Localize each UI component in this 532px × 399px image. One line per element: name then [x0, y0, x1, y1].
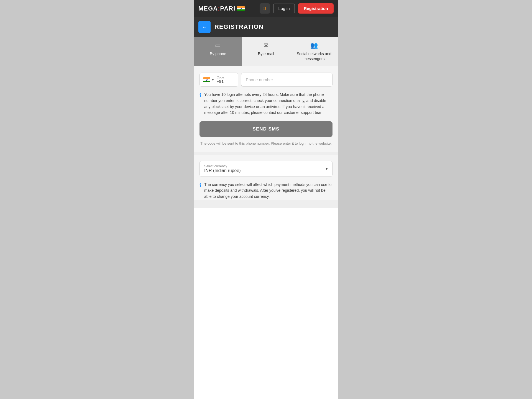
code-value: +91 — [217, 79, 224, 84]
bitcoin-icon: ₿ — [264, 6, 266, 11]
logo-mega: MEGA — [198, 5, 218, 12]
tab-email[interactable]: ✉ By e-mail — [242, 37, 290, 66]
cs-ashoka — [206, 79, 208, 81]
tabs-row: ▭ By phone ✉ By e-mail 👥 Social networks… — [194, 37, 338, 66]
phone-form-section: ▾ Code +91 ℹ You have 10 login attempts … — [194, 66, 338, 152]
main-content: ▭ By phone ✉ By e-mail 👥 Social networks… — [194, 37, 338, 208]
register-label: Registration — [304, 6, 328, 11]
cs-flag-green — [203, 81, 210, 82]
back-button[interactable]: ← — [198, 21, 211, 33]
currency-select[interactable]: Select currency INR (Indian rupee) ▾ — [200, 161, 332, 177]
registration-title: REGISTRATION — [214, 23, 264, 30]
tab-phone[interactable]: ▭ By phone — [194, 37, 242, 66]
bitcoin-button[interactable]: ₿ — [260, 3, 270, 14]
currency-select-value: INR (Indian rupee) — [204, 168, 241, 173]
country-chevron-icon: ▾ — [212, 78, 214, 82]
email-tab-icon: ✉ — [264, 42, 268, 49]
info-icon: ℹ — [200, 92, 201, 116]
logo-text: MEGA:PARI — [198, 5, 235, 12]
phone-number-input[interactable] — [241, 73, 332, 87]
login-label: Log in — [278, 6, 290, 11]
login-button[interactable]: Log in — [273, 4, 295, 13]
logo-pari: PARI — [220, 5, 235, 12]
social-tab-icon: 👥 — [310, 42, 318, 49]
info-text: You have 10 login attempts every 24 hour… — [204, 92, 332, 116]
login-attempts-notice: ℹ You have 10 login attempts every 24 ho… — [200, 92, 332, 116]
send-sms-button[interactable]: SEND SMS — [200, 121, 332, 137]
top-nav: MEGA:PARI ₿ Log in Registration — [194, 0, 338, 17]
tab-email-label: By e-mail — [258, 51, 274, 56]
country-selector[interactable]: ▾ Code +91 — [200, 73, 238, 87]
tab-social-label: Social networks and messengers — [293, 51, 335, 61]
code-block: Code +91 — [217, 76, 224, 84]
register-button[interactable]: Registration — [298, 3, 334, 14]
cs-flag-white — [203, 79, 210, 81]
sms-hint: The code will be sent to this phone numb… — [200, 141, 332, 146]
phone-tab-icon: ▭ — [215, 42, 221, 49]
country-flag — [203, 77, 210, 82]
send-sms-label: SEND SMS — [253, 126, 280, 132]
flag-white — [237, 8, 245, 9]
currency-info-text: The currency you select will affect whic… — [204, 182, 332, 200]
phone-input-row: ▾ Code +91 — [200, 73, 332, 87]
currency-info-icon: ℹ — [200, 182, 201, 200]
currency-info-notice: ℹ The currency you select will affect wh… — [200, 182, 332, 200]
currency-select-inner: Select currency INR (Indian rupee) — [204, 164, 241, 173]
tab-phone-label: By phone — [210, 51, 226, 56]
registration-header: ← REGISTRATION — [194, 17, 338, 37]
code-label: Code — [217, 76, 224, 79]
logo-area: MEGA:PARI — [198, 5, 256, 12]
ashoka-chakra — [240, 8, 242, 9]
india-flag-logo — [237, 6, 245, 11]
tab-social[interactable]: 👥 Social networks and messengers — [290, 37, 338, 66]
flag-green — [237, 9, 245, 11]
currency-select-label: Select currency — [204, 164, 241, 168]
back-icon: ← — [202, 24, 207, 30]
currency-chevron-icon: ▾ — [326, 166, 328, 171]
currency-section: Select currency INR (Indian rupee) ▾ ℹ T… — [194, 155, 338, 200]
